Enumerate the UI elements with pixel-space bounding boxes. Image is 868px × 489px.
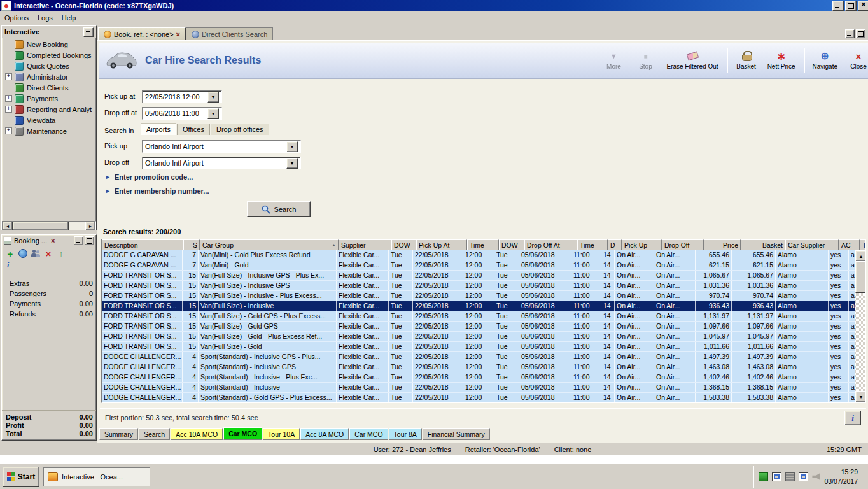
booking-minimize-button[interactable] (74, 236, 83, 245)
column-header-dow[interactable]: DOW (391, 239, 416, 250)
column-header-price[interactable]: Price (704, 239, 741, 250)
volume-muted-icon[interactable]: × (812, 473, 820, 481)
scroll-down-icon[interactable]: ▼ (855, 391, 866, 402)
sidebar-item-new-booking[interactable]: +New Booking (2, 39, 96, 50)
basket-button[interactable]: Basket (734, 50, 759, 71)
doc-minimize-button[interactable] (845, 29, 855, 38)
expander-icon[interactable]: + (5, 73, 12, 80)
table-row[interactable]: DODGE CHALLENGER...4Sport(Standard) - In… (102, 383, 855, 393)
table-row[interactable]: DODGE CHALLENGER...4Sport(Standard) - In… (102, 372, 855, 383)
bottom-tab-acc-8a-mco[interactable]: Acc 8A MCO (300, 428, 349, 440)
table-row[interactable]: FORD TRANSIT OR S...15Van(Full Size) - I… (102, 301, 855, 311)
column-header-drop-off[interactable]: Drop Off (662, 239, 704, 250)
column-header-pick-up[interactable]: Pick Up (622, 239, 662, 250)
bottom-tab-acc-10a-mco[interactable]: Acc 10A MCO (171, 428, 223, 440)
passengers-icon[interactable] (31, 249, 40, 258)
close-button[interactable]: ×Close (846, 50, 868, 71)
expander-icon[interactable]: + (5, 95, 12, 102)
bottom-tab-car-mco[interactable]: Car MCO (223, 427, 262, 440)
table-row[interactable]: FORD TRANSIT OR S...15Van(Full Size) - G… (102, 322, 855, 332)
sidebar-item-payments[interactable]: +Payments (2, 93, 96, 104)
minimize-button[interactable] (832, 1, 844, 11)
navigate-button[interactable]: ⊕Navigate (811, 50, 839, 71)
search-in-tab-drop-off-offices[interactable]: Drop off offices (211, 124, 269, 135)
collapse-panel-button[interactable] (83, 27, 94, 37)
pickup-at-input[interactable]: 22/05/2018 12:00 ▼ (142, 90, 222, 103)
table-row[interactable]: DODGE G CARAVAN ...7Van(Mini) - GoldFlex… (102, 260, 855, 271)
expander-icon[interactable]: + (5, 106, 12, 113)
bottom-tab-car-mco[interactable]: Car MCO (349, 428, 388, 440)
taskbar-task-button[interactable]: Interactive - Ocea... (43, 467, 150, 486)
dropoff-combo[interactable]: Orlando Intl Airport ▼ (142, 157, 301, 169)
close-window-button[interactable] (858, 1, 868, 11)
device-icon[interactable] (785, 472, 795, 481)
dropoff-at-input[interactable]: 05/06/2018 11:00 ▼ (142, 107, 222, 120)
bottom-tab-tour-8a[interactable]: Tour 8A (389, 428, 422, 440)
sidebar-item-reporting-and-analyt[interactable]: +Reporting and Analyt (2, 104, 96, 115)
delete-icon[interactable]: × (44, 249, 53, 258)
bottom-tab-summary[interactable]: Summary (99, 428, 138, 440)
monitor-icon[interactable] (799, 472, 808, 481)
column-header-s[interactable]: S (183, 239, 200, 250)
more-button[interactable]: ▼More (601, 50, 626, 71)
column-header-supplier[interactable]: Supplier (339, 239, 391, 250)
table-row[interactable]: DODGE G CARAVAN ...7Van(Mini) - Gold Plu… (102, 250, 855, 260)
menu-help[interactable]: Help (57, 13, 81, 23)
network-icon[interactable] (759, 472, 768, 481)
tab-booking-reference[interactable]: Book. ref. : <none> × (98, 27, 186, 40)
display-icon[interactable] (772, 472, 781, 481)
column-header-time[interactable]: Time (467, 239, 499, 250)
membership-number-expander[interactable]: ► Enter membership number... (105, 187, 209, 195)
doc-restore-button[interactable] (856, 29, 865, 38)
chevron-down-icon[interactable]: ▼ (207, 92, 219, 103)
start-button[interactable]: Start (3, 467, 39, 487)
sidebar-item-maintenance[interactable]: +Maintenance (2, 125, 96, 136)
search-in-tab-offices[interactable]: Offices (177, 124, 210, 135)
export-icon[interactable]: ↑ (57, 249, 66, 258)
table-row[interactable]: FORD TRANSIT OR S...15Van(Full Size) - I… (102, 291, 855, 301)
stop-button[interactable]: ■Stop (633, 50, 658, 71)
sidebar-item-direct-clients[interactable]: +Direct Clients (2, 82, 96, 93)
booking-close-icon[interactable]: × (51, 237, 55, 244)
booking-maximize-button[interactable] (85, 236, 94, 245)
search-in-tab-airports[interactable]: Airports (141, 124, 176, 135)
tab-direct-clients-search[interactable]: Direct Clients Search (186, 27, 273, 40)
scroll-right-icon[interactable]: ► (85, 222, 95, 230)
scroll-left-icon[interactable]: ◄ (3, 222, 13, 230)
column-header-pick-up-at[interactable]: Pick Up At (416, 239, 467, 250)
bottom-tab-financial-summary[interactable]: Financial Summary (423, 428, 490, 440)
sidebar-item-administrator[interactable]: +Administrator (2, 71, 96, 82)
scrollbar-thumb[interactable] (855, 261, 866, 293)
column-header-time[interactable]: Time (577, 239, 608, 250)
sidebar-horizontal-scrollbar[interactable]: ◄ ► (2, 221, 96, 231)
table-row[interactable]: FORD TRANSIT OR S...15Van(Full Size) - G… (102, 311, 855, 322)
chevron-down-icon[interactable]: ▼ (286, 158, 298, 169)
search-button[interactable]: Search (247, 201, 311, 217)
table-row[interactable]: DODGE CHALLENGER...4Sport(Standard) - In… (102, 362, 855, 372)
column-header-t[interactable]: T (860, 239, 866, 250)
column-header-description[interactable]: Description (102, 239, 183, 250)
world-icon[interactable] (18, 249, 27, 258)
sidebar-item-quick-quotes[interactable]: +Quick Quotes (2, 60, 96, 71)
table-row[interactable]: DODGE CHALLENGER...4Sport(Standard) - Go… (102, 393, 855, 402)
column-header-ac[interactable]: AC (839, 239, 860, 250)
tab-close-icon[interactable]: × (176, 31, 180, 38)
column-header-drop-off-at[interactable]: Drop Off At (524, 239, 577, 250)
table-row[interactable]: DODGE CHALLENGER...4Sport(Standard) - In… (102, 352, 855, 362)
maximize-button[interactable] (845, 1, 857, 11)
chevron-down-icon[interactable]: ▼ (286, 141, 298, 152)
chevron-down-icon[interactable]: ▼ (207, 108, 219, 119)
bottom-tab-tour-10a[interactable]: Tour 10A (263, 428, 300, 440)
expander-icon[interactable]: + (5, 127, 12, 134)
table-row[interactable]: FORD TRANSIT OR S...15Van(Full Size) - G… (102, 342, 855, 352)
sidebar-item-viewdata[interactable]: +Viewdata (2, 115, 96, 125)
column-header-d[interactable]: D (608, 239, 622, 250)
promotion-code-expander[interactable]: ► Enter promotion code... (105, 173, 193, 181)
scroll-up-icon[interactable]: ▲ (855, 250, 866, 262)
sidebar-item-completed-bookings[interactable]: +Completed Bookings (2, 50, 96, 60)
erase-filtered-out-button[interactable]: Erase Filtered Out (664, 50, 720, 71)
table-vertical-scrollbar[interactable]: ▲ ▼ (855, 250, 865, 402)
scrollbar-thumb[interactable] (13, 222, 69, 230)
table-row[interactable]: FORD TRANSIT OR S...15Van(Full Size) - G… (102, 332, 855, 342)
column-header-car-supplier[interactable]: Car Supplier (785, 239, 839, 250)
